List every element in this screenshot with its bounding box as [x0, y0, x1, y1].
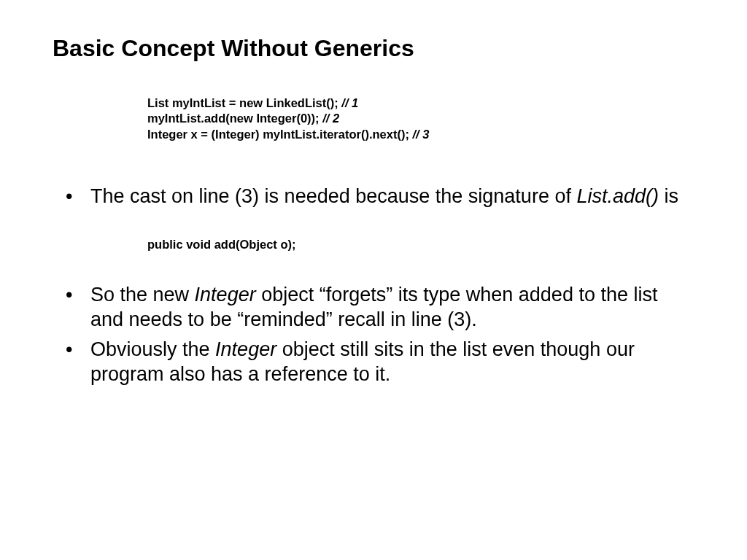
code-text: myIntList.add(new Integer(0));: [147, 112, 320, 125]
text: So the new: [90, 284, 195, 306]
italic-text: Integer: [215, 338, 276, 360]
code-line-2: myIntList.add(new Integer(0)); // 2: [147, 111, 694, 126]
code-comment: // 3: [409, 128, 430, 141]
code-comment: // 1: [338, 96, 359, 109]
code-text: List myIntList = new LinkedList();: [147, 96, 338, 109]
text: Obviously the: [90, 338, 215, 360]
code-text: Integer x = (Integer) myIntList.iterator…: [147, 128, 409, 141]
bullet-item-3: Obviously the Integer object still sits …: [66, 338, 694, 386]
method-signature: public void add(Object o);: [147, 237, 694, 252]
code-comment: // 2: [320, 112, 340, 125]
text: The cast on line (3) is needed because t…: [90, 185, 576, 207]
text: is: [659, 185, 678, 207]
italic-text: Integer: [195, 284, 256, 306]
code-example: List myIntList = new LinkedList(); // 1 …: [147, 96, 694, 142]
slide-title: Basic Concept Without Generics: [53, 35, 694, 62]
bullet-list: The cast on line (3) is needed because t…: [66, 184, 694, 209]
slide: Basic Concept Without Generics List myIn…: [0, 0, 747, 560]
bullet-item-1: The cast on line (3) is needed because t…: [66, 184, 694, 209]
italic-text: List.add(): [576, 185, 659, 207]
code-line-1: List myIntList = new LinkedList(); // 1: [147, 96, 694, 111]
bullet-list-2: So the new Integer object “forgets” its …: [66, 283, 694, 386]
code-line-3: Integer x = (Integer) myIntList.iterator…: [147, 127, 694, 142]
bullet-item-2: So the new Integer object “forgets” its …: [66, 283, 694, 332]
